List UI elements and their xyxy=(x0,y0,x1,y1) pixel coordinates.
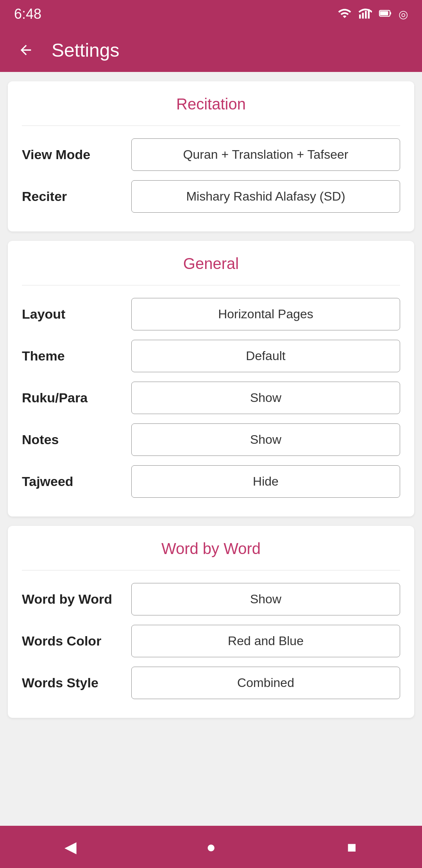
layout-label: Layout xyxy=(22,307,131,322)
app-bar: Settings xyxy=(0,28,422,72)
theme-button[interactable]: Default xyxy=(131,340,400,372)
general-section: General Layout Horizontal Pages Theme De… xyxy=(8,241,414,516)
nav-back-button[interactable]: ◀ xyxy=(55,831,86,863)
view-mode-row: View Mode Quran + Translation + Tafseer xyxy=(22,138,400,171)
divider-wbw xyxy=(22,570,400,570)
settings-content: Recitation View Mode Quran + Translation… xyxy=(0,72,422,826)
notes-row: Notes Show xyxy=(22,423,400,456)
view-mode-button[interactable]: Quran + Translation + Tafseer xyxy=(131,138,400,171)
page-title: Settings xyxy=(52,39,119,61)
svg-rect-3 xyxy=(368,9,370,19)
theme-label: Theme xyxy=(22,348,131,364)
words-style-label: Words Style xyxy=(22,675,131,690)
nav-home-button[interactable]: ● xyxy=(195,831,227,863)
svg-rect-6 xyxy=(390,12,391,14)
words-color-button[interactable]: Red and Blue xyxy=(131,625,400,657)
signal-icon xyxy=(358,6,372,22)
ruku-para-row: Ruku/Para Show xyxy=(22,382,400,414)
layout-button[interactable]: Horizontal Pages xyxy=(131,298,400,330)
notification-icon: ◎ xyxy=(399,8,408,21)
words-style-row: Words Style Combined xyxy=(22,667,400,699)
tajweed-label: Tajweed xyxy=(22,474,131,489)
ruku-para-label: Ruku/Para xyxy=(22,390,131,405)
status-time: 6:48 xyxy=(14,6,41,22)
divider-general xyxy=(22,285,400,285)
divider-recitation xyxy=(22,126,400,126)
back-button[interactable] xyxy=(14,38,38,62)
reciter-label: Reciter xyxy=(22,189,131,204)
nav-recent-button[interactable]: ■ xyxy=(336,831,367,863)
svg-rect-2 xyxy=(365,11,367,19)
recitation-title: Recitation xyxy=(22,95,400,113)
reciter-row: Reciter Mishary Rashid Alafasy (SD) xyxy=(22,180,400,213)
view-mode-label: View Mode xyxy=(22,147,131,162)
svg-rect-1 xyxy=(362,13,364,19)
status-icons: ◎ xyxy=(338,6,408,22)
general-title: General xyxy=(22,255,400,273)
word-by-word-row: Word by Word Show xyxy=(22,583,400,615)
status-bar: 6:48 ◎ xyxy=(0,0,422,28)
layout-row: Layout Horizontal Pages xyxy=(22,298,400,330)
svg-rect-5 xyxy=(380,11,388,16)
tajweed-row: Tajweed Hide xyxy=(22,465,400,498)
wifi-icon xyxy=(338,6,352,22)
words-color-row: Words Color Red and Blue xyxy=(22,625,400,657)
word-by-word-label: Word by Word xyxy=(22,592,131,607)
words-color-label: Words Color xyxy=(22,633,131,649)
words-style-button[interactable]: Combined xyxy=(131,667,400,699)
battery-icon xyxy=(378,6,392,22)
word-by-word-button[interactable]: Show xyxy=(131,583,400,615)
reciter-button[interactable]: Mishary Rashid Alafasy (SD) xyxy=(131,180,400,213)
ruku-para-button[interactable]: Show xyxy=(131,382,400,414)
bottom-nav: ◀ ● ■ xyxy=(0,826,422,868)
recitation-section: Recitation View Mode Quran + Translation… xyxy=(8,81,414,231)
word-by-word-section: Word by Word Word by Word Show Words Col… xyxy=(8,526,414,718)
notes-button[interactable]: Show xyxy=(131,423,400,456)
tajweed-button[interactable]: Hide xyxy=(131,465,400,498)
svg-rect-0 xyxy=(359,14,361,19)
notes-label: Notes xyxy=(22,432,131,447)
word-by-word-title: Word by Word xyxy=(22,540,400,558)
theme-row: Theme Default xyxy=(22,340,400,372)
